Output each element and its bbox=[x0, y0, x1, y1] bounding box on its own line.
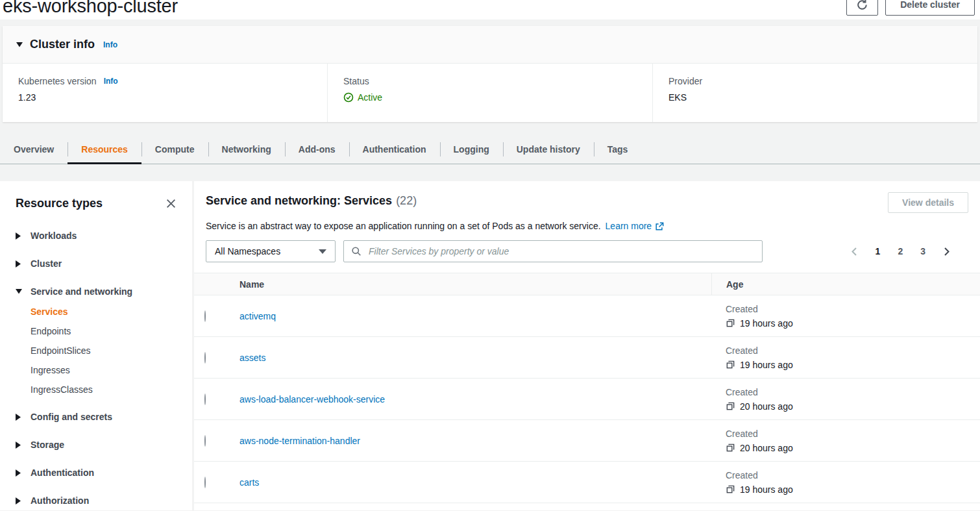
service-link[interactable]: aws-node-termination-handler bbox=[239, 436, 360, 446]
sidebar-group-config-and-secrets[interactable]: Config and secrets bbox=[16, 412, 177, 422]
page-title: eks-workshop-cluster bbox=[3, 0, 980, 17]
pagination: 1 2 3 bbox=[850, 246, 968, 256]
status-field: Status Active bbox=[327, 64, 652, 122]
age-cell: Created 20 hours ago bbox=[726, 387, 793, 412]
sidebar-group-workloads[interactable]: Workloads bbox=[16, 231, 177, 241]
kubernetes-version-info-link[interactable]: Info bbox=[104, 77, 118, 86]
services-panel: Service and networking: Services(22) Vie… bbox=[194, 181, 980, 510]
cluster-info-body: Kubernetes version Info 1.23 Status Acti… bbox=[3, 64, 977, 122]
table-row: Created bbox=[194, 503, 980, 510]
page-1[interactable]: 1 bbox=[876, 246, 881, 256]
service-link[interactable]: activemq bbox=[239, 311, 276, 321]
service-link[interactable]: aws-load-balancer-webhook-service bbox=[239, 394, 385, 405]
sidebar-item-services[interactable]: Services bbox=[31, 306, 177, 317]
sidebar-group-authorization[interactable]: Authorization bbox=[16, 495, 177, 506]
row-radio[interactable] bbox=[204, 352, 206, 364]
row-radio[interactable] bbox=[204, 310, 206, 322]
copy-icon bbox=[726, 443, 735, 453]
row-radio[interactable] bbox=[204, 477, 206, 488]
check-circle-icon bbox=[343, 92, 354, 103]
resource-types-nav: Workloads Cluster Service and networking… bbox=[16, 231, 177, 506]
age-column-header: Age bbox=[711, 273, 980, 295]
chevron-right-icon bbox=[16, 497, 22, 505]
name-column-header: Name bbox=[227, 279, 711, 290]
page-header: eks-workshop-cluster Delete cluster bbox=[0, 0, 980, 19]
resources-content: Resource types Workloads Cluster Service… bbox=[0, 181, 980, 510]
sidebar-item-endpointslices[interactable]: EndpointSlices bbox=[31, 345, 177, 356]
previous-page-icon[interactable] bbox=[850, 247, 858, 256]
next-page-icon[interactable] bbox=[943, 247, 951, 256]
delete-cluster-button[interactable]: Delete cluster bbox=[885, 0, 975, 16]
service-link[interactable]: assets bbox=[239, 353, 265, 363]
row-radio[interactable] bbox=[204, 435, 206, 447]
page-2[interactable]: 2 bbox=[898, 246, 903, 256]
sidebar-item-endpoints[interactable]: Endpoints bbox=[31, 326, 177, 336]
tab-update-history[interactable]: Update history bbox=[503, 135, 594, 164]
page-3[interactable]: 3 bbox=[920, 246, 925, 256]
resource-types-sidebar: Resource types Workloads Cluster Service… bbox=[0, 181, 192, 510]
sidebar-group-cluster[interactable]: Cluster bbox=[16, 258, 177, 269]
close-icon[interactable] bbox=[165, 198, 177, 209]
tab-overview[interactable]: Overview bbox=[0, 135, 67, 164]
tab-add-ons[interactable]: Add-ons bbox=[285, 135, 349, 164]
copy-icon bbox=[726, 401, 735, 411]
learn-more-link[interactable]: Learn more bbox=[606, 221, 665, 232]
sidebar-group-authentication[interactable]: Authentication bbox=[16, 467, 177, 478]
age-cell: Created 19 hours ago bbox=[726, 304, 793, 329]
row-radio[interactable] bbox=[204, 393, 206, 405]
cluster-info-header[interactable]: Cluster info Info bbox=[3, 26, 977, 64]
services-title: Service and networking: Services bbox=[206, 194, 392, 207]
service-and-networking-items: Services Endpoints EndpointSlices Ingres… bbox=[31, 306, 177, 395]
sidebar-group-storage[interactable]: Storage bbox=[16, 440, 177, 450]
table-row: activemq Created 19 hours ago bbox=[194, 295, 980, 337]
chevron-right-icon bbox=[16, 232, 22, 240]
kubernetes-version-label: Kubernetes version Info bbox=[18, 76, 327, 86]
chevron-down-icon bbox=[16, 289, 22, 294]
chevron-right-icon bbox=[16, 414, 22, 421]
sidebar-item-ingresses[interactable]: Ingresses bbox=[31, 365, 177, 375]
copy-icon bbox=[726, 318, 735, 328]
tab-networking[interactable]: Networking bbox=[208, 135, 285, 164]
age-cell: Created 20 hours ago bbox=[726, 429, 793, 453]
provider-field: Provider EKS bbox=[652, 64, 977, 122]
namespace-select[interactable]: All Namespaces bbox=[206, 240, 336, 262]
copy-icon bbox=[726, 484, 735, 494]
chevron-right-icon bbox=[16, 260, 22, 268]
chevron-down-icon bbox=[16, 42, 23, 47]
chevron-down-icon bbox=[319, 249, 326, 254]
cluster-info-title: Cluster info bbox=[30, 38, 95, 51]
chevron-right-icon bbox=[16, 469, 22, 477]
chevron-right-icon bbox=[16, 442, 22, 449]
table-row: aws-load-balancer-webhook-service Create… bbox=[194, 379, 980, 420]
view-details-button[interactable]: View details bbox=[888, 192, 968, 213]
tab-authentication[interactable]: Authentication bbox=[349, 135, 440, 164]
services-heading: Service and networking: Services(22) bbox=[206, 194, 417, 208]
kubernetes-version-field: Kubernetes version Info 1.23 bbox=[3, 64, 327, 122]
refresh-button[interactable] bbox=[846, 0, 878, 16]
sidebar-group-service-and-networking[interactable]: Service and networking bbox=[16, 286, 177, 297]
table-row: carts Created 19 hours ago bbox=[194, 462, 980, 503]
table-row: assets Created 19 hours ago bbox=[194, 337, 980, 379]
copy-icon bbox=[726, 360, 735, 369]
search-input[interactable] bbox=[367, 245, 755, 257]
search-box bbox=[343, 240, 763, 262]
cluster-info-panel: Cluster info Info Kubernetes version Inf… bbox=[3, 26, 977, 122]
table-row: aws-node-termination-handler Created 20 … bbox=[194, 420, 980, 462]
tab-compute[interactable]: Compute bbox=[141, 135, 208, 164]
sidebar-title: Resource types bbox=[16, 197, 103, 210]
tab-tags[interactable]: Tags bbox=[594, 135, 642, 164]
provider-value: EKS bbox=[668, 92, 977, 103]
cluster-info-info-link[interactable]: Info bbox=[103, 40, 117, 49]
services-count: (22) bbox=[396, 194, 417, 207]
service-link[interactable]: carts bbox=[239, 477, 259, 488]
provider-label: Provider bbox=[668, 76, 977, 86]
age-cell: Created 19 hours ago bbox=[726, 345, 793, 370]
status-label: Status bbox=[343, 76, 652, 86]
tab-logging[interactable]: Logging bbox=[440, 135, 503, 164]
age-cell: Created 19 hours ago bbox=[726, 470, 793, 495]
header-actions: Delete cluster bbox=[846, 0, 975, 16]
tab-resources[interactable]: Resources bbox=[67, 135, 141, 164]
kubernetes-version-value: 1.23 bbox=[18, 92, 327, 103]
sidebar-item-ingressclasses[interactable]: IngressClasses bbox=[31, 384, 177, 395]
filter-row: All Namespaces 1 2 3 bbox=[206, 240, 968, 262]
